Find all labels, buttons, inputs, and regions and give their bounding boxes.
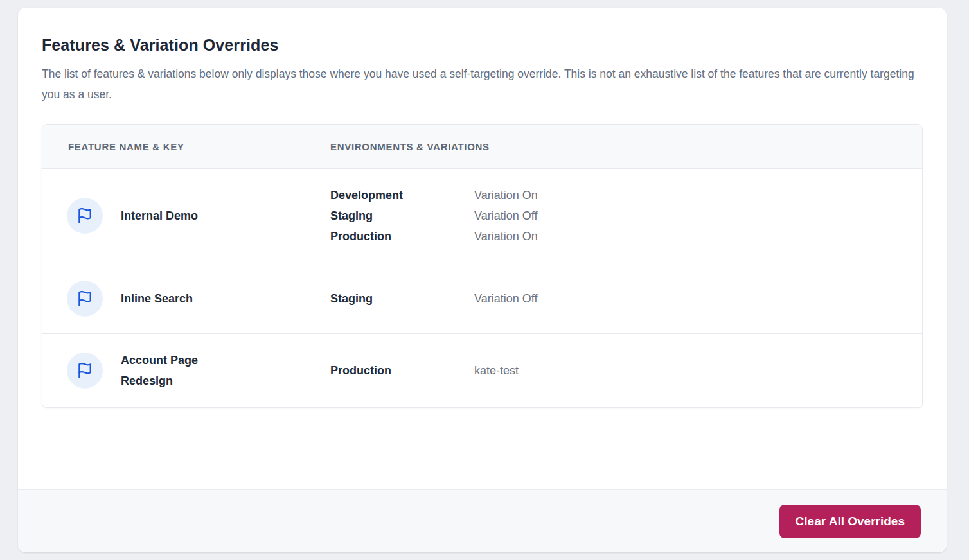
- environment-variation-line: Production kate-test: [330, 360, 922, 381]
- flag-icon: [76, 290, 93, 307]
- variation-value: Variation On: [474, 226, 922, 247]
- feature-cell: Account Page Redesign: [42, 350, 330, 391]
- feature-icon-badge: [67, 353, 103, 389]
- variation-value: kate-test: [474, 360, 922, 381]
- environment-variation-line: Staging Variation Off: [330, 288, 922, 309]
- overrides-table: FEATURE NAME & KEY ENVIRONMENTS & VARIAT…: [42, 124, 923, 408]
- variation-value: Variation On: [474, 185, 922, 206]
- environment-name: Development: [330, 185, 474, 206]
- overrides-card: Features & Variation Overrides The list …: [18, 8, 947, 552]
- table-row: Internal Demo Development Variation On S…: [42, 168, 922, 263]
- card-footer: Clear All Overrides: [18, 489, 947, 552]
- environment-name: Staging: [330, 288, 474, 309]
- flag-icon: [76, 207, 93, 224]
- column-header-environments-variations: ENVIRONMENTS & VARIATIONS: [330, 141, 922, 152]
- feature-icon-badge: [67, 198, 103, 234]
- feature-name: Account Page Redesign: [121, 350, 236, 391]
- column-header-feature-name-key: FEATURE NAME & KEY: [42, 141, 330, 152]
- environment-variation-line: Development Variation On: [330, 185, 922, 206]
- page-description: The list of features & variations below …: [42, 64, 921, 105]
- feature-icon-badge: [67, 281, 103, 317]
- environments-cell: Staging Variation Off: [330, 288, 922, 309]
- variation-value: Variation Off: [474, 206, 922, 226]
- flag-icon: [76, 362, 93, 379]
- feature-name: Internal Demo: [121, 206, 198, 226]
- environment-variation-line: Production Variation On: [330, 226, 922, 247]
- table-row: Account Page Redesign Production kate-te…: [42, 333, 922, 407]
- feature-cell: Inline Search: [42, 281, 330, 317]
- clear-all-overrides-button[interactable]: Clear All Overrides: [779, 505, 921, 538]
- environment-name: Staging: [330, 206, 474, 226]
- page-title: Features & Variation Overrides: [42, 35, 923, 55]
- table-row: Inline Search Staging Variation Off: [42, 263, 922, 333]
- environments-cell: Development Variation On Staging Variati…: [330, 185, 922, 247]
- environment-name: Production: [330, 360, 474, 381]
- feature-cell: Internal Demo: [42, 198, 330, 234]
- feature-name: Inline Search: [121, 288, 193, 309]
- card-content: Features & Variation Overrides The list …: [18, 8, 947, 489]
- table-header-row: FEATURE NAME & KEY ENVIRONMENTS & VARIAT…: [42, 125, 922, 168]
- environments-cell: Production kate-test: [330, 360, 922, 381]
- environment-name: Production: [330, 226, 474, 247]
- variation-value: Variation Off: [474, 288, 922, 309]
- environment-variation-line: Staging Variation Off: [330, 206, 922, 226]
